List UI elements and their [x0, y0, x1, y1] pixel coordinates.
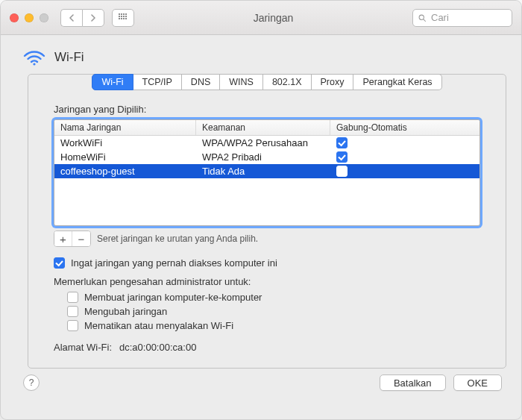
preferred-networks-table[interactable]: Nama Jaringan Keamanan Gabung-Otomatis W…: [54, 119, 480, 226]
panel-header: Wi-Fi: [5, 44, 517, 74]
zoom-window-button[interactable]: [40, 13, 48, 22]
admin-option-checkbox[interactable]: [67, 306, 78, 317]
admin-auth-label: Memerlukan pengesahan administrator untu…: [54, 276, 480, 287]
tab-tcp-ip[interactable]: TCP/IP: [133, 74, 182, 90]
window-title: Jaringan: [142, 12, 405, 24]
auto-join-checkbox[interactable]: [336, 166, 348, 177]
auto-join-checkbox[interactable]: [336, 151, 348, 163]
table-toolbar: + − Seret jaringan ke urutan yang Anda p…: [54, 231, 480, 247]
traffic-lights: [10, 13, 48, 22]
column-name[interactable]: Nama Jaringan: [54, 120, 196, 135]
admin-option-checkbox[interactable]: [67, 292, 78, 303]
remove-network-button[interactable]: −: [72, 231, 90, 246]
wifi-address-label: Alamat Wi-Fi:: [54, 342, 112, 353]
tab-content-wifi: Jaringan yang Dipilih: Nama Jaringan Kea…: [28, 90, 506, 357]
admin-option[interactable]: Membuat jaringan komputer-ke-komputer: [67, 292, 480, 303]
tab-bar: Wi-FiTCP/IPDNSWINS802.1XProxyPerangkat K…: [28, 74, 506, 90]
network-preferences-window: Jaringan Cari Wi-Fi Wi-FiTCP/IPDNSWINS80…: [0, 0, 522, 420]
nav-back-forward: [60, 9, 104, 27]
ok-button[interactable]: OKE: [453, 374, 502, 391]
back-button[interactable]: [60, 9, 82, 27]
svg-line-1: [424, 19, 426, 21]
tab-proxy[interactable]: Proxy: [312, 74, 354, 90]
help-button[interactable]: ?: [23, 374, 40, 391]
window-toolbar: Jaringan Cari: [1, 1, 521, 35]
network-auto-cell: [330, 150, 479, 164]
network-auto-cell: [330, 164, 479, 178]
wifi-address-value: dc:a0:00:00:ca:00: [119, 342, 196, 353]
admin-option[interactable]: Mengubah jaringan: [67, 306, 480, 317]
network-security: Tidak Ada: [196, 164, 330, 178]
search-field[interactable]: Cari: [412, 9, 512, 27]
search-icon: [418, 13, 427, 22]
table-row[interactable]: coffeeshop-guestTidak Ada: [54, 164, 479, 178]
cancel-button[interactable]: Batalkan: [380, 374, 446, 391]
admin-option-label: Mematikan atau menyalakan Wi-Fi: [84, 320, 233, 331]
column-security[interactable]: Keamanan: [196, 120, 330, 135]
column-auto[interactable]: Gabung-Otomatis: [330, 120, 479, 135]
tab-wi-fi[interactable]: Wi-Fi: [92, 74, 133, 90]
remember-networks-label: Ingat jaringan yang pernah diakses kompu…: [71, 257, 277, 269]
table-header: Nama Jaringan Keamanan Gabung-Otomatis: [54, 120, 479, 136]
search-placeholder: Cari: [431, 12, 449, 23]
network-name: coffeeshop-guest: [54, 164, 196, 178]
table-body: WorkWiFiWPA/WPA2 PerusahaanHomeWiFiWPA2 …: [54, 136, 479, 225]
admin-option-label: Mengubah jaringan: [84, 306, 167, 317]
network-security: WPA/WPA2 Perusahaan: [196, 136, 330, 150]
close-window-button[interactable]: [10, 13, 19, 22]
tab-dns[interactable]: DNS: [182, 74, 220, 90]
network-auto-cell: [330, 136, 479, 150]
wifi-icon: [23, 48, 45, 66]
add-remove-buttons: + −: [54, 231, 91, 247]
network-name: HomeWiFi: [54, 150, 196, 164]
tab-perangkat-keras[interactable]: Perangkat Keras: [353, 74, 441, 90]
panel-title: Wi-Fi: [54, 50, 84, 65]
admin-option[interactable]: Mematikan atau menyalakan Wi-Fi: [67, 320, 480, 331]
sheet-footer: ? Batalkan OKE: [5, 369, 517, 398]
options-group: Ingat jaringan yang pernah diakses kompu…: [54, 257, 480, 353]
chevron-right-icon: [90, 14, 96, 22]
forward-button[interactable]: [82, 9, 104, 27]
table-row[interactable]: WorkWiFiWPA/WPA2 Perusahaan: [54, 136, 479, 150]
add-network-button[interactable]: +: [54, 231, 72, 246]
tab-802-1x[interactable]: 802.1X: [263, 74, 312, 90]
show-all-button[interactable]: [112, 9, 134, 27]
settings-sheet: Wi-FiTCP/IPDNSWINS802.1XProxyPerangkat K…: [28, 74, 506, 369]
auto-join-checkbox[interactable]: [336, 137, 348, 148]
admin-options: Membuat jaringan komputer-ke-komputerMen…: [67, 292, 480, 331]
network-name: WorkWiFi: [54, 136, 196, 150]
tab-wins[interactable]: WINS: [220, 74, 263, 90]
wifi-address-row: Alamat Wi-Fi: dc:a0:00:00:ca:00: [54, 342, 480, 353]
network-security: WPA2 Pribadi: [196, 150, 330, 164]
remember-networks-checkbox[interactable]: [54, 257, 65, 269]
drag-hint: Seret jaringan ke urutan yang Anda pilih…: [97, 233, 258, 244]
minimize-window-button[interactable]: [25, 13, 34, 22]
admin-option-checkbox[interactable]: [67, 320, 78, 331]
svg-point-2: [33, 63, 35, 65]
preferred-networks-label: Jaringan yang Dipilih:: [54, 104, 480, 115]
remember-networks-option[interactable]: Ingat jaringan yang pernah diakses kompu…: [54, 257, 480, 269]
chevron-left-icon: [69, 14, 75, 22]
grid-icon: [119, 13, 128, 22]
window-body: Wi-Fi Wi-FiTCP/IPDNSWINS802.1XProxyPeran…: [1, 35, 521, 419]
table-row[interactable]: HomeWiFiWPA2 Pribadi: [54, 150, 479, 164]
admin-option-label: Membuat jaringan komputer-ke-komputer: [84, 292, 262, 303]
